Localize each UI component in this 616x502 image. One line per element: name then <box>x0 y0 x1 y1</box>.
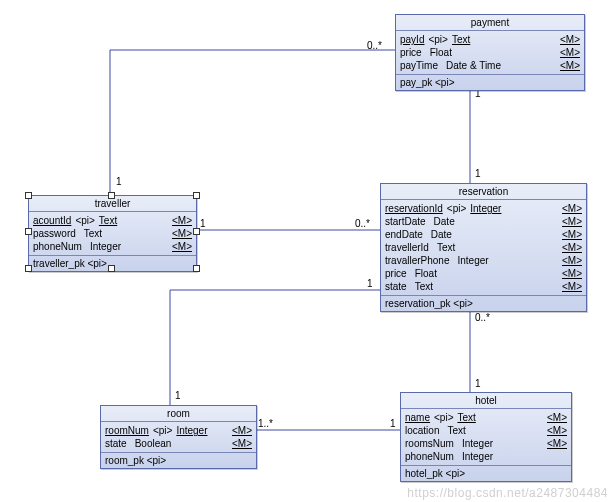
selection-handle[interactable] <box>108 192 115 199</box>
entity-pk: pay_pk <pi> <box>396 75 584 90</box>
attr-row: reservationId<pi>Integer<M> <box>385 202 582 215</box>
entity-payment[interactable]: payment payId<pi>Text<M>priceFloat<M>pay… <box>395 14 585 91</box>
selection-handle[interactable] <box>193 265 200 272</box>
attr-row: phoneNumInteger<M> <box>33 240 192 253</box>
mult-room-right: 1..* <box>258 418 273 429</box>
attr-row: priceFloat<M> <box>400 46 580 59</box>
attr-row: name<pi>Text<M> <box>405 411 567 424</box>
attr-row: roomNum<pi>Integer<M> <box>105 424 252 437</box>
attr-row: acountId<pi>Text<M> <box>33 214 192 227</box>
entity-room[interactable]: room roomNum<pi>Integer<M>stateBoolean<M… <box>100 405 257 469</box>
mult-payment-left: 0..* <box>367 40 382 51</box>
entity-pk: room_pk <pi> <box>101 453 256 468</box>
selection-handle[interactable] <box>193 228 200 235</box>
attr-row: priceFloat<M> <box>385 267 582 280</box>
selection-handle[interactable] <box>25 228 32 235</box>
entity-title: reservation <box>381 184 586 200</box>
entity-attrs: roomNum<pi>Integer<M>stateBoolean<M> <box>101 422 256 453</box>
diagram-canvas: 0..* 1 1 1 1 0..* 0..* 1 1 1..* 1 1 paym… <box>0 0 616 502</box>
mult-traveller-top: 1 <box>116 176 122 187</box>
watermark: https://blog.csdn.net/a2487304484 <box>407 486 608 500</box>
attr-row: payId<pi>Text<M> <box>400 33 580 46</box>
entity-pk: reservation_pk <pi> <box>381 296 586 311</box>
selection-handle[interactable] <box>108 265 115 272</box>
attr-row: travellerIdText<M> <box>385 241 582 254</box>
attr-row: locationText<M> <box>405 424 567 437</box>
entity-pk: hotel_pk <pi> <box>401 466 571 481</box>
entity-reservation[interactable]: reservation reservationId<pi>Integer<M>s… <box>380 183 587 312</box>
entity-traveller[interactable]: traveller acountId<pi>Text<M>passwordTex… <box>28 195 197 272</box>
selection-handle[interactable] <box>193 192 200 199</box>
mult-reservation-top: 1 <box>475 168 481 179</box>
mult-traveller-right: 1 <box>200 218 206 229</box>
mult-room-top: 1 <box>175 390 181 401</box>
attr-row: phoneNumInteger <box>405 450 567 463</box>
attr-row: stateText<M> <box>385 280 582 293</box>
mult-hotel-left: 1 <box>390 418 396 429</box>
mult-res-room: 1 <box>367 278 373 289</box>
mult-reservation-bot: 0..* <box>475 312 490 323</box>
attr-row: travallerPhoneInteger<M> <box>385 254 582 267</box>
entity-title: room <box>101 406 256 422</box>
entity-attrs: acountId<pi>Text<M>passwordText<M>phoneN… <box>29 212 196 256</box>
entity-attrs: reservationId<pi>Integer<M>startDateDate… <box>381 200 586 296</box>
entity-attrs: payId<pi>Text<M>priceFloat<M>payTimeDate… <box>396 31 584 75</box>
selection-handle[interactable] <box>25 192 32 199</box>
entity-attrs: name<pi>Text<M>locationText<M>roomsNumIn… <box>401 409 571 466</box>
attr-row: endDateDate<M> <box>385 228 582 241</box>
selection-handle[interactable] <box>25 265 32 272</box>
attr-row: stateBoolean<M> <box>105 437 252 450</box>
entity-hotel[interactable]: hotel name<pi>Text<M>locationText<M>room… <box>400 392 572 482</box>
entity-title: hotel <box>401 393 571 409</box>
attr-row: startDateDate<M> <box>385 215 582 228</box>
attr-row: roomsNumInteger<M> <box>405 437 567 450</box>
entity-title: payment <box>396 15 584 31</box>
mult-hotel-top: 1 <box>475 378 481 389</box>
mult-reservation-left: 0..* <box>355 218 370 229</box>
attr-row: passwordText<M> <box>33 227 192 240</box>
attr-row: payTimeDate & Time<M> <box>400 59 580 72</box>
